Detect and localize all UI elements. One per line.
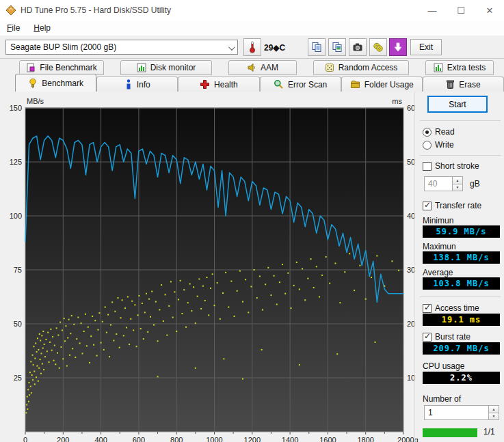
file-benchmark-icon <box>26 63 36 72</box>
short-stroke-checkbox[interactable]: Short stroke <box>423 161 479 171</box>
tab-label: Erase <box>459 80 480 89</box>
write-radio[interactable]: Write <box>423 140 454 150</box>
disks-button[interactable] <box>369 38 387 56</box>
spin-down-button[interactable]: ▼ <box>453 184 463 192</box>
short-stroke-size-input[interactable]: 40 <box>424 176 453 191</box>
menu-file[interactable]: File <box>0 22 27 34</box>
access-time-dot <box>316 266 317 267</box>
menu-help[interactable]: Help <box>27 22 57 34</box>
spin-up-button[interactable]: ▲ <box>453 176 463 184</box>
number-of-input[interactable]: 1 <box>424 405 489 420</box>
access-time-dot <box>147 331 148 333</box>
disks-icon <box>373 42 384 53</box>
tab-benchmark[interactable]: Benchmark <box>15 74 96 92</box>
access-time-dot <box>26 404 27 406</box>
burst-rate-checkbox[interactable]: Burst rate <box>423 332 470 342</box>
read-radio[interactable]: Read <box>423 127 455 137</box>
access-time-dot <box>237 290 238 292</box>
access-time-dot <box>136 346 137 347</box>
access-time-dot <box>344 271 345 273</box>
tab-folder-usage[interactable]: Folder Usage <box>341 77 423 92</box>
transfer-rate-checkbox[interactable]: Transfer rate <box>423 201 481 210</box>
access-time-dot <box>183 289 185 290</box>
separator <box>414 92 415 442</box>
tab-label: File Benchmark <box>40 63 96 72</box>
access-time-dot <box>225 272 226 273</box>
access-time-dot <box>151 291 152 292</box>
spin-down-button[interactable]: ▼ <box>489 413 499 421</box>
access-time-dot <box>97 329 98 331</box>
minimize-button[interactable]: — <box>418 0 447 20</box>
tab-info[interactable]: Info <box>96 77 178 92</box>
maximize-button[interactable]: ☐ <box>447 0 475 20</box>
trash-icon <box>446 79 455 89</box>
access-time-dot <box>111 301 113 303</box>
access-time-dot <box>126 327 127 329</box>
tab-erase[interactable]: Erase <box>423 77 504 92</box>
tab-file-benchmark[interactable]: File Benchmark <box>19 60 104 75</box>
tab-label: Benchmark <box>42 79 83 88</box>
average-value: 103.8 MB/s <box>423 277 500 290</box>
x-axis-tick-label: 1000 <box>206 436 222 442</box>
access-time-dot <box>391 260 393 262</box>
tab-extra-tests[interactable]: Extra tests <box>425 60 494 75</box>
access-time-dot <box>30 361 31 362</box>
start-button[interactable]: Start <box>427 96 488 113</box>
x-axis-tick-label: 200 <box>57 436 69 442</box>
tab-aam[interactable]: AAM <box>228 60 297 75</box>
tab-label: Random Access <box>339 63 398 72</box>
separator <box>420 120 501 121</box>
access-time-dot <box>284 293 286 294</box>
benchmark-panel: MB/sms1501251007550256050403020100200400… <box>0 92 504 442</box>
access-time-dot <box>68 319 70 320</box>
access-time-dot <box>59 322 61 323</box>
access-time-dot <box>81 322 82 324</box>
drive-select[interactable]: Seagate BUP Slim (2000 gB) <box>5 40 238 55</box>
access-time-dot <box>254 269 255 271</box>
access-time-dot <box>230 281 232 282</box>
tab-random-access[interactable]: Random Access <box>313 60 409 75</box>
access-time-dot <box>90 335 92 337</box>
access-time-dot <box>113 340 114 341</box>
access-time-dot <box>120 317 122 318</box>
x-axis-tick-label: 600 <box>133 436 145 442</box>
access-time-dot <box>43 369 44 370</box>
access-time-dot <box>187 302 189 303</box>
access-time-dot <box>27 396 28 398</box>
access-time-dot <box>109 356 110 357</box>
access-time-dot <box>75 357 76 358</box>
access-time-dot <box>146 293 147 294</box>
access-time-dot <box>38 381 39 382</box>
benchmark-chart: MB/sms1501251007550256050403020100200400… <box>0 92 419 442</box>
access-time-checkbox[interactable]: Access time <box>423 303 479 313</box>
access-time-dot <box>42 331 44 332</box>
tab-health[interactable]: Health <box>178 77 259 92</box>
copy-image-button[interactable] <box>328 38 346 56</box>
access-time-dot <box>76 338 77 340</box>
access-time-dot <box>371 277 372 278</box>
access-time-dot <box>34 358 36 359</box>
access-time-dot <box>117 297 118 299</box>
access-time-dot <box>189 284 191 285</box>
access-time-dot <box>69 355 70 356</box>
save-results-button[interactable] <box>389 38 407 56</box>
access-time-dot <box>56 327 57 329</box>
exit-button[interactable]: Exit <box>410 39 442 55</box>
screenshot-button[interactable] <box>349 38 367 56</box>
access-time-dot <box>127 296 129 298</box>
close-button[interactable]: ✕ <box>475 0 504 20</box>
access-time-dot <box>54 345 55 346</box>
access-time-dot <box>82 353 83 354</box>
tab-label: Folder Usage <box>364 80 414 89</box>
temperature-button[interactable] <box>243 38 261 56</box>
access-time-dot <box>334 263 336 264</box>
spin-up-button[interactable]: ▲ <box>489 405 499 413</box>
menu-bar: File Help <box>0 20 504 36</box>
access-time-dot <box>30 386 31 387</box>
access-time-dot <box>326 256 327 258</box>
tab-disk-monitor[interactable]: Disk monitor <box>120 60 212 75</box>
copy-text-button[interactable] <box>308 38 326 56</box>
access-time-dot <box>398 270 399 271</box>
tab-error-scan[interactable]: Error Scan <box>260 77 341 92</box>
access-time-dot <box>83 331 85 332</box>
